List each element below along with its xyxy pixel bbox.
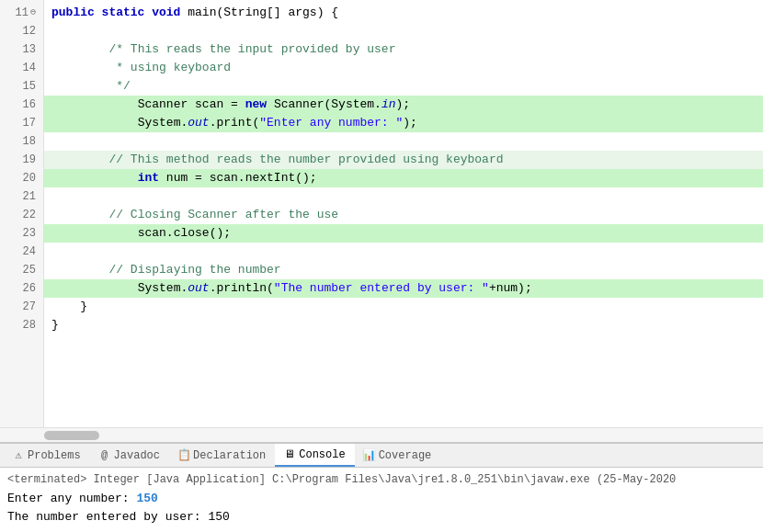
code-lines: public static void main(String[] args) {… bbox=[44, 0, 763, 427]
line-num-14: 14 bbox=[0, 59, 43, 77]
code-line-13: /* This reads the input provided by user bbox=[44, 40, 763, 59]
code-line-17: System.out.print("Enter any number: "); bbox=[44, 114, 763, 132]
token: .println( bbox=[210, 279, 274, 298]
code-line-22: // Closing Scanner after the use bbox=[44, 206, 763, 224]
console-label-enter: Enter any number: bbox=[7, 492, 136, 505]
token: in bbox=[382, 96, 396, 114]
line-num-15: 15 bbox=[0, 77, 43, 96]
indent bbox=[51, 151, 108, 169]
line-num-17: 17 bbox=[0, 114, 43, 132]
token: */ bbox=[108, 77, 130, 96]
javadoc-icon: @ bbox=[99, 450, 110, 461]
token: Scanner(System. bbox=[274, 96, 382, 114]
indent bbox=[51, 206, 108, 224]
tab-coverage[interactable]: 📊Coverage bbox=[355, 444, 441, 467]
token: new bbox=[245, 96, 274, 114]
token: } bbox=[51, 316, 59, 334]
console-label: Console bbox=[299, 448, 345, 461]
token: /* This reads the input provided by user bbox=[108, 40, 395, 59]
indent bbox=[51, 279, 138, 298]
line-num-20: 20 bbox=[0, 169, 43, 187]
line-num-12: 12 bbox=[0, 22, 43, 40]
console-output-line2: The number entered by user: 150 bbox=[7, 508, 756, 526]
line-num-18: 18 bbox=[0, 132, 43, 151]
code-area: 111213141516171819202122232425262728 pub… bbox=[0, 0, 763, 427]
line-num-13: 13 bbox=[0, 40, 43, 59]
token: ); bbox=[403, 114, 417, 132]
line-num-24: 24 bbox=[0, 243, 43, 261]
token: +num); bbox=[489, 279, 532, 298]
token: } bbox=[51, 298, 87, 316]
code-line-21 bbox=[44, 187, 763, 206]
code-line-28: } bbox=[44, 316, 763, 334]
token: main(String[] args) { bbox=[188, 4, 338, 22]
token: out bbox=[188, 114, 209, 132]
indent bbox=[51, 224, 138, 243]
code-line-11: public static void main(String[] args) { bbox=[44, 4, 763, 22]
indent bbox=[51, 40, 108, 59]
declaration-icon: 📋 bbox=[178, 450, 189, 461]
coverage-icon: 📊 bbox=[364, 450, 375, 461]
declaration-label: Declaration bbox=[193, 449, 266, 462]
token: * using keyboard bbox=[108, 59, 231, 77]
code-line-15: */ bbox=[44, 77, 763, 96]
tab-problems[interactable]: ⚠Problems bbox=[4, 444, 90, 467]
indent bbox=[51, 261, 108, 279]
token: public static void bbox=[51, 4, 188, 22]
code-line-14: * using keyboard bbox=[44, 59, 763, 77]
code-line-23: scan.close(); bbox=[44, 224, 763, 243]
token: int bbox=[138, 169, 166, 187]
code-line-25: // Displaying the number bbox=[44, 261, 763, 279]
line-num-16: 16 bbox=[0, 96, 43, 114]
token: // This method reads the number provided… bbox=[108, 151, 503, 169]
problems-label: Problems bbox=[28, 449, 81, 462]
line-numbers: 111213141516171819202122232425262728 bbox=[0, 0, 44, 427]
token: "Enter any number: " bbox=[259, 114, 403, 132]
code-line-18 bbox=[44, 132, 763, 151]
token: scan.close(); bbox=[138, 224, 231, 243]
console-icon: 🖥 bbox=[284, 449, 295, 460]
tab-console[interactable]: 🖥Console bbox=[275, 444, 354, 467]
token: System. bbox=[138, 114, 188, 132]
token: Scanner scan = bbox=[138, 96, 245, 114]
line-num-11: 11 bbox=[0, 4, 43, 22]
line-num-22: 22 bbox=[0, 206, 43, 224]
token: ); bbox=[396, 96, 411, 114]
code-line-24 bbox=[44, 243, 763, 261]
indent bbox=[51, 114, 138, 132]
line-num-27: 27 bbox=[0, 298, 43, 316]
line-num-23: 23 bbox=[0, 224, 43, 243]
code-line-19: // This method reads the number provided… bbox=[44, 151, 763, 169]
bottom-panel: ⚠Problems@Javadoc📋Declaration🖥Console📊Co… bbox=[0, 442, 763, 532]
problems-icon: ⚠ bbox=[13, 450, 24, 461]
tab-declaration[interactable]: 📋Declaration bbox=[169, 444, 275, 467]
code-line-20: int num = scan.nextInt(); bbox=[44, 169, 763, 187]
token: num = scan.nextInt(); bbox=[166, 169, 317, 187]
token: .print( bbox=[210, 114, 260, 132]
token: // Closing Scanner after the use bbox=[108, 206, 338, 224]
console-terminated-line: <terminated> Integer [Java Application] … bbox=[7, 473, 756, 486]
tab-javadoc[interactable]: @Javadoc bbox=[90, 444, 169, 467]
line-num-19: 19 bbox=[0, 151, 43, 169]
token: out bbox=[188, 279, 209, 298]
indent bbox=[51, 59, 108, 77]
line-num-25: 25 bbox=[0, 261, 43, 279]
console-content: <terminated> Integer [Java Application] … bbox=[0, 468, 763, 532]
line-num-26: 26 bbox=[0, 279, 43, 298]
token: System. bbox=[138, 279, 188, 298]
scroll-indicator bbox=[0, 427, 763, 442]
panel-tabs: ⚠Problems@Javadoc📋Declaration🖥Console📊Co… bbox=[0, 444, 763, 468]
console-value-150-first: 150 bbox=[136, 492, 157, 505]
line-num-21: 21 bbox=[0, 187, 43, 206]
code-line-26: System.out.println("The number entered b… bbox=[44, 279, 763, 298]
horizontal-scrollbar[interactable] bbox=[44, 431, 99, 440]
token: "The number entered by user: " bbox=[274, 279, 489, 298]
console-output-line1: Enter any number: 150 bbox=[7, 490, 756, 508]
coverage-label: Coverage bbox=[379, 449, 432, 462]
code-line-27: } bbox=[44, 298, 763, 316]
javadoc-label: Javadoc bbox=[114, 449, 160, 462]
line-num-28: 28 bbox=[0, 316, 43, 334]
indent bbox=[51, 169, 138, 187]
code-line-12 bbox=[44, 22, 763, 40]
token: // Displaying the number bbox=[108, 261, 280, 279]
